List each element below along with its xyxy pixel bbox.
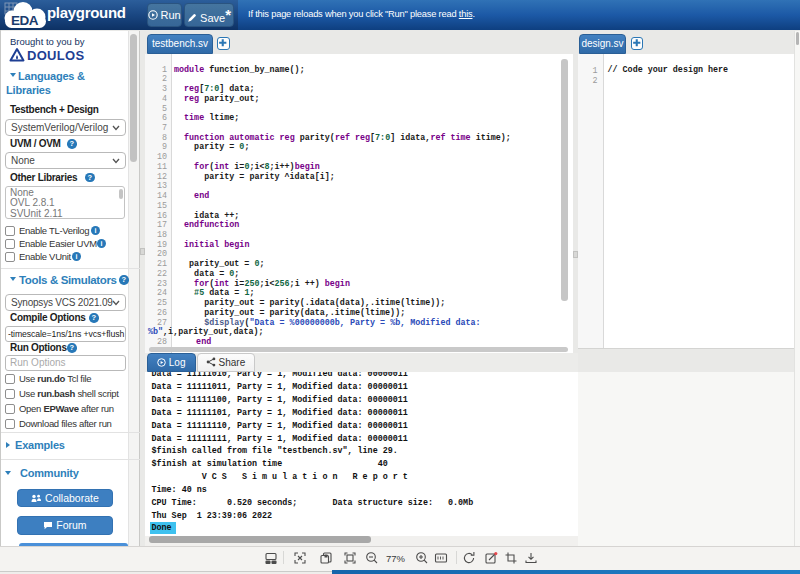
svg-text:EDA: EDA (11, 13, 39, 28)
